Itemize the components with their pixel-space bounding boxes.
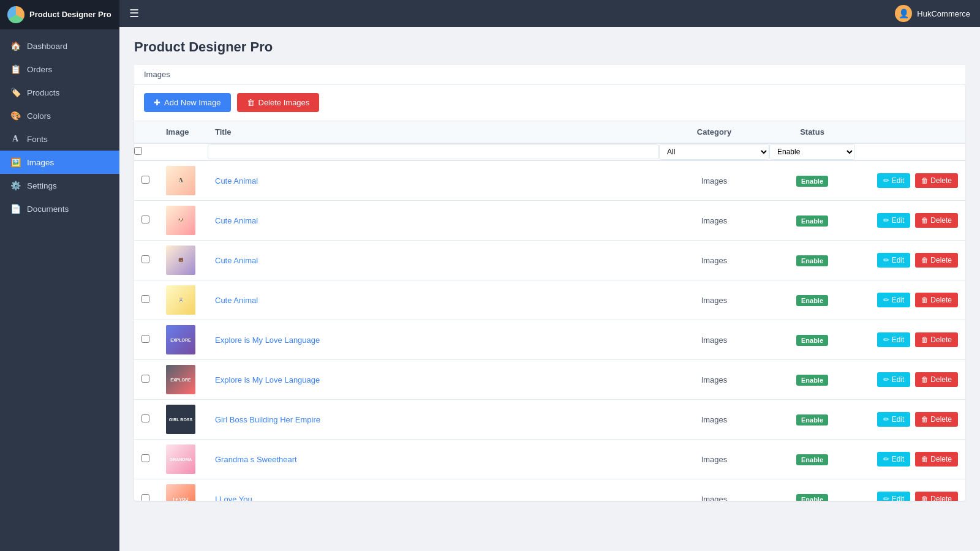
sidebar-item-fonts[interactable]: A Fonts <box>0 127 119 151</box>
edit-button[interactable]: ✏ Edit <box>877 492 910 501</box>
image-title-link[interactable]: Explore is My Love Language <box>215 375 320 384</box>
image-thumbnail: EXPLORE <box>166 325 195 354</box>
col-header-actions <box>855 121 965 143</box>
row-title-cell: Girl Boss Building Her Empire <box>208 400 659 440</box>
delete-images-button[interactable]: 🗑 Delete Images <box>237 93 320 112</box>
row-actions-cell: ✏ Edit 🗑 Delete <box>855 440 965 479</box>
row-checkbox[interactable] <box>141 335 149 343</box>
edit-button[interactable]: ✏ Edit <box>877 332 910 347</box>
row-image-cell: 🐧 <box>159 160 208 201</box>
edit-button[interactable]: ✏ Edit <box>877 412 910 427</box>
edit-button[interactable]: ✏ Edit <box>877 213 910 228</box>
menu-toggle-button[interactable]: ☰ <box>129 7 139 20</box>
user-profile[interactable]: 👤 HukCommerce <box>895 5 970 22</box>
filter-image-cell <box>159 143 208 160</box>
sidebar-item-label: Documents <box>27 204 69 214</box>
row-status-cell: Enable <box>769 479 855 501</box>
row-title-cell: I Love You <box>208 479 659 501</box>
row-checkbox-cell <box>134 400 159 440</box>
delete-row-button[interactable]: 🗑 Delete <box>915 412 958 427</box>
sidebar: Product Designer Pro 🏠 Dashboard 📋 Order… <box>0 0 119 551</box>
row-actions-cell: ✏ Edit 🗑 Delete <box>855 320 965 360</box>
sidebar-item-settings[interactable]: ⚙️ Settings <box>0 174 119 197</box>
delete-row-button[interactable]: 🗑 Delete <box>915 293 958 307</box>
sidebar-item-documents[interactable]: 📄 Documents <box>0 197 119 220</box>
delete-row-button[interactable]: 🗑 Delete <box>915 253 958 268</box>
sidebar-item-images[interactable]: 🖼️ Images <box>0 151 119 174</box>
row-checkbox[interactable] <box>141 255 149 263</box>
edit-button[interactable]: ✏ Edit <box>877 253 910 268</box>
row-title-cell: Explore is My Love Language <box>208 360 659 400</box>
row-checkbox[interactable] <box>141 414 149 422</box>
sidebar-item-label: Images <box>27 158 54 167</box>
row-category-cell: Images <box>659 160 769 201</box>
delete-row-button[interactable]: 🗑 Delete <box>915 372 958 387</box>
row-checkbox[interactable] <box>141 176 149 184</box>
row-image-cell: EXPLORE <box>159 320 208 360</box>
edit-button[interactable]: ✏ Edit <box>877 372 910 387</box>
category-filter-select[interactable]: All Images Clipart Templates <box>659 144 769 160</box>
image-title-link[interactable]: I Love You <box>215 495 252 501</box>
sidebar-item-products[interactable]: 🏷️ Products <box>0 81 119 104</box>
edit-button[interactable]: ✏ Edit <box>877 293 910 307</box>
sidebar-item-orders[interactable]: 📋 Orders <box>0 58 119 81</box>
delete-row-button[interactable]: 🗑 Delete <box>915 492 958 501</box>
row-checkbox-cell <box>134 360 159 400</box>
row-checkbox-cell <box>134 241 159 280</box>
sidebar-item-colors[interactable]: 🎨 Colors <box>0 104 119 127</box>
delete-row-button[interactable]: 🗑 Delete <box>915 332 958 347</box>
edit-button[interactable]: ✏ Edit <box>877 173 910 188</box>
image-title-link[interactable]: Cute Animal <box>215 216 258 225</box>
filter-title-cell <box>208 143 659 160</box>
sidebar-item-label: Colors <box>27 111 51 121</box>
row-checkbox[interactable] <box>141 216 149 223</box>
row-category-cell: Images <box>659 360 769 400</box>
delete-row-button[interactable]: 🗑 Delete <box>915 173 958 188</box>
edit-button[interactable]: ✏ Edit <box>877 452 910 467</box>
sidebar-item-label: Fonts <box>27 135 48 144</box>
col-header-title: Title <box>208 121 659 143</box>
image-title-link[interactable]: Girl Boss Building Her Empire <box>215 415 320 424</box>
sidebar-item-dashboard[interactable]: 🏠 Dashboard <box>0 34 119 58</box>
row-status-cell: Enable <box>769 320 855 360</box>
username: HukCommerce <box>917 9 970 18</box>
app-name: Product Designer Pro <box>29 10 111 20</box>
row-status-cell: Enable <box>769 440 855 479</box>
image-title-link[interactable]: Grandma s Sweetheart <box>215 455 297 464</box>
sidebar-item-label: Products <box>27 88 59 97</box>
row-checkbox[interactable] <box>141 375 149 383</box>
avatar: 👤 <box>895 5 912 22</box>
row-status-cell: Enable <box>769 201 855 241</box>
image-title-link[interactable]: Cute Animal <box>215 176 258 186</box>
image-title-link[interactable]: Explore is My Love Language <box>215 335 320 345</box>
add-new-image-button[interactable]: ✚ Add New Image <box>144 93 231 112</box>
images-table-container: ✚ Add New Image 🗑 Delete Images Image <box>134 84 965 501</box>
image-thumbnail: GRANDMA <box>166 444 195 474</box>
status-filter-select[interactable]: Enable Disable <box>769 144 855 160</box>
row-actions-cell: ✏ Edit 🗑 Delete <box>855 241 965 280</box>
select-all-checkbox[interactable] <box>134 147 142 155</box>
image-title-link[interactable]: Cute Animal <box>215 256 258 265</box>
row-image-cell: I ♥ YOU <box>159 479 208 501</box>
delete-button-label: Delete Images <box>258 98 310 107</box>
title-filter-input[interactable] <box>208 144 659 159</box>
table-row: GRANDMA Grandma s Sweetheart Images Enab… <box>134 440 965 479</box>
row-title-cell: Cute Animal <box>208 201 659 241</box>
row-actions-cell: ✏ Edit 🗑 Delete <box>855 160 965 201</box>
sidebar-header: Product Designer Pro <box>0 0 119 29</box>
delete-row-button[interactable]: 🗑 Delete <box>915 452 958 467</box>
row-checkbox-cell <box>134 201 159 241</box>
row-checkbox[interactable] <box>141 295 149 303</box>
row-checkbox[interactable] <box>141 454 149 462</box>
status-badge: Enable <box>796 255 828 266</box>
row-category-cell: Images <box>659 201 769 241</box>
table-row: EXPLORE Explore is My Love Language Imag… <box>134 320 965 360</box>
image-title-link[interactable]: Cute Animal <box>215 296 258 305</box>
row-checkbox-cell <box>134 479 159 501</box>
row-checkbox[interactable] <box>141 494 149 501</box>
delete-row-button[interactable]: 🗑 Delete <box>915 213 958 228</box>
row-image-cell: 🐶 <box>159 201 208 241</box>
image-thumbnail: 🐻 <box>166 246 195 275</box>
table-wrapper: Image Title Category Status <box>134 121 965 501</box>
row-actions-cell: ✏ Edit 🗑 Delete <box>855 201 965 241</box>
